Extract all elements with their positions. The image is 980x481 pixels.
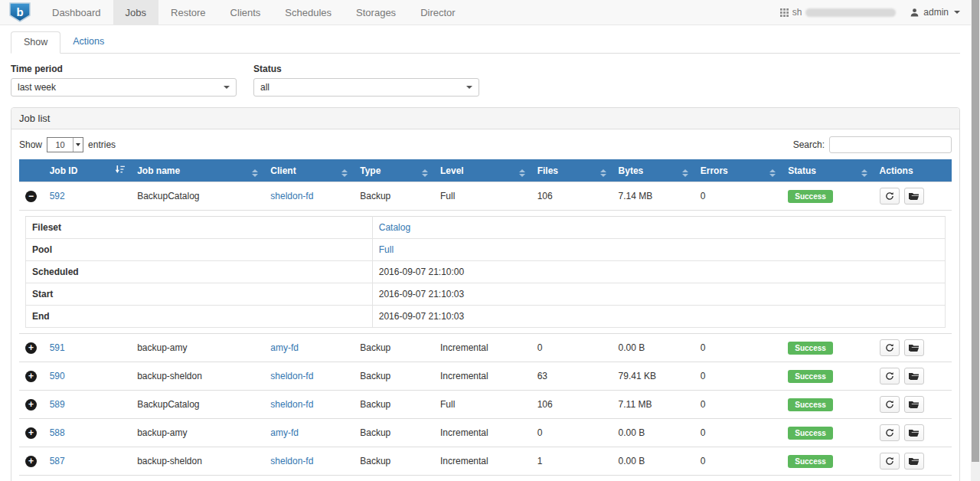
job-files-button[interactable] [904, 453, 924, 470]
table-row: + 587 backup-sheldon sheldon-fd Backup I… [19, 447, 952, 476]
job-files-button[interactable] [904, 368, 924, 384]
table-row: + 589 BackupCatalog sheldon-fd Backup Fu… [19, 391, 952, 419]
job-files-button[interactable] [904, 339, 924, 356]
detail-value-link[interactable]: Full [379, 244, 394, 255]
client-link[interactable]: amy-fd [270, 342, 299, 353]
column-header-level[interactable]: Level [434, 159, 531, 182]
column-header-client[interactable]: Client [264, 159, 354, 182]
expand-row-icon[interactable]: + [25, 427, 37, 439]
expand-row-icon[interactable]: + [25, 342, 37, 354]
column-header-job-id[interactable]: Job ID [44, 159, 131, 182]
nav-item-clients[interactable]: Clients [218, 0, 273, 25]
rerun-job-button[interactable] [880, 453, 900, 470]
folder-icon [909, 428, 919, 437]
nav-item-schedules[interactable]: Schedules [273, 0, 344, 25]
detail-value: 2016-09-07 21:10:03 [372, 283, 945, 306]
client-link[interactable]: sheldon-fd [270, 371, 313, 381]
host-selector[interactable]: sh [780, 7, 897, 18]
detail-value-link[interactable]: Catalog [379, 222, 410, 233]
repeat-icon [885, 343, 894, 352]
client-link[interactable]: sheldon-fd [270, 456, 313, 466]
rerun-job-button[interactable] [880, 396, 900, 413]
column-header-status[interactable]: Status [782, 159, 873, 182]
job-type-cell: Backup [354, 476, 434, 481]
detail-label: Pool [26, 239, 373, 261]
status-badge: Success [788, 342, 833, 355]
status-value: all [260, 82, 270, 93]
expand-row-icon[interactable]: + [25, 399, 37, 411]
job-bytes-cell: 0.00 B [612, 419, 694, 447]
job-files-button[interactable] [904, 188, 924, 205]
folder-icon [909, 343, 919, 352]
job-name-cell: backup-sheldon [131, 447, 264, 476]
time-period-select[interactable]: last week [11, 78, 237, 97]
vertical-scrollbar[interactable] [971, 0, 980, 481]
filters-bar: Time period last week Status all [11, 64, 960, 97]
table-row: + 591 backup-amy amy-fd Backup Increment… [19, 334, 952, 362]
job-files-button[interactable] [904, 396, 924, 413]
table-row: − 592 BackupCatalog sheldon-fd Backup Fu… [19, 182, 952, 211]
job-name-cell: BackupCatalog [131, 182, 264, 211]
baculum-shield-icon: b [8, 2, 31, 23]
rerun-job-button[interactable] [880, 188, 900, 205]
job-id-link[interactable]: 591 [50, 342, 65, 353]
entries-select[interactable]: 10 [47, 137, 83, 152]
tab-actions[interactable]: Actions [60, 31, 116, 53]
job-level-cell: Full [434, 182, 531, 211]
column-header-job-name[interactable]: Job name [131, 159, 264, 182]
job-files-button[interactable] [904, 424, 924, 441]
job-name-cell: backup-amy [131, 419, 264, 447]
job-level-cell: Incremental [434, 362, 531, 391]
sort-desc-icon [115, 165, 125, 174]
column-label: Status [788, 165, 816, 176]
rerun-job-button[interactable] [880, 339, 900, 356]
nav-item-storages[interactable]: Storages [344, 0, 408, 25]
nav-item-director[interactable]: Director [408, 0, 468, 25]
tab-show[interactable]: Show [11, 31, 60, 54]
sort-icon [600, 169, 606, 177]
job-id-link[interactable]: 589 [50, 399, 65, 410]
job-id-link[interactable]: 590 [50, 371, 65, 381]
job-name-cell: BackupCatalog [131, 476, 264, 481]
job-files-cell: 1 [531, 447, 612, 476]
user-menu[interactable]: admin [910, 7, 960, 18]
job-id-link[interactable]: 588 [50, 427, 65, 438]
rerun-job-button[interactable] [880, 424, 900, 441]
job-id-link[interactable]: 587 [50, 456, 65, 466]
sort-icon [252, 169, 258, 177]
detail-label: Scheduled [26, 261, 373, 283]
client-link[interactable]: sheldon-fd [270, 191, 313, 201]
folder-icon [909, 400, 919, 409]
column-label: Client [270, 165, 296, 176]
app-logo[interactable]: b [0, 0, 40, 25]
navbar-right: sh admin [780, 0, 971, 25]
user-icon [910, 8, 920, 18]
column-label: Level [440, 165, 464, 176]
nav-item-dashboard[interactable]: Dashboard [40, 0, 113, 25]
status-select[interactable]: all [253, 78, 479, 97]
job-bytes-cell: 0.00 B [612, 447, 694, 476]
search-label: Search: [793, 139, 825, 150]
expand-row-icon[interactable]: + [25, 456, 37, 467]
nav-item-jobs[interactable]: Jobs [113, 0, 158, 25]
repeat-icon [885, 456, 894, 466]
expand-row-icon[interactable]: + [25, 371, 37, 382]
client-link[interactable]: amy-fd [270, 427, 299, 438]
scrollbar-thumb[interactable] [972, 0, 979, 462]
repeat-icon [885, 371, 894, 381]
expand-row-icon[interactable]: − [25, 191, 37, 202]
column-label: Bytes [619, 165, 644, 176]
search-input[interactable] [829, 136, 952, 153]
column-header-errors[interactable]: Errors [694, 159, 782, 182]
rerun-job-button[interactable] [880, 368, 900, 384]
column-header-bytes[interactable]: Bytes [612, 159, 694, 182]
job-id-link[interactable]: 592 [50, 191, 65, 201]
client-link[interactable]: sheldon-fd [270, 399, 313, 410]
column-header-files[interactable]: Files [531, 159, 612, 182]
job-errors-cell: 0 [694, 419, 782, 447]
column-header-expand [19, 159, 44, 182]
column-header-type[interactable]: Type [354, 159, 434, 182]
job-bytes-cell: 7.14 MB [612, 182, 694, 211]
nav-item-restore[interactable]: Restore [158, 0, 218, 25]
folder-icon [909, 456, 919, 466]
